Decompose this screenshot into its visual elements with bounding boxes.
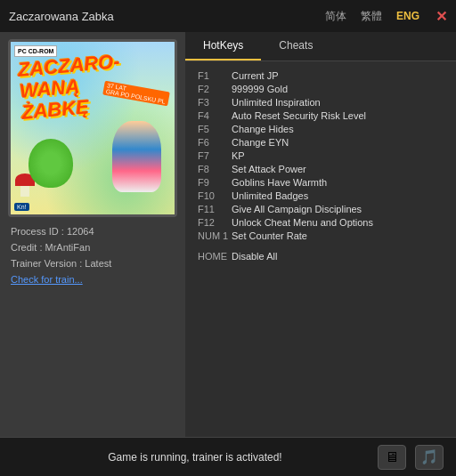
hotkey-key: NUM 1: [198, 230, 232, 241]
lang-traditional[interactable]: 繁體: [357, 7, 386, 26]
hotkey-action: Give All Campaign Disciplines: [232, 204, 362, 214]
hotkey-row: F11Give All Campaign Disciplines: [198, 204, 444, 214]
game-cover: PC CD-ROM ZACZARO-WANĄŻABKĘ 37 LATGRA PO…: [8, 39, 177, 217]
tab-cheats[interactable]: Cheats: [261, 32, 330, 61]
process-id-label: Process ID :: [11, 226, 64, 237]
frog-decoration: [28, 139, 73, 188]
hotkey-key: F5: [198, 124, 232, 134]
hotkey-key: F2: [198, 84, 232, 94]
hotkey-row: F4Auto Reset Security Risk Level: [198, 110, 444, 121]
hotkey-key-home: HOME: [198, 251, 232, 262]
girl-decoration: [112, 121, 161, 192]
hotkey-row: F7KP: [198, 150, 444, 161]
trainer-version-line: Trainer Version : Latest: [11, 258, 175, 269]
tab-hotkeys[interactable]: HotKeys: [185, 32, 261, 61]
music-icon: 🎵: [420, 448, 438, 465]
hotkey-key: F7: [198, 150, 232, 161]
lang-simplified[interactable]: 简体: [322, 7, 350, 26]
hotkey-key: F12: [198, 217, 232, 228]
hotkey-action: Goblins Have Warmth: [232, 177, 327, 188]
hotkey-row-home: HOMEDisable All: [198, 251, 444, 262]
hotkey-row: F6Change EYN: [198, 137, 444, 148]
hotkey-row: F8Set Attack Power: [198, 164, 444, 174]
right-panel: HotKeys Cheats F1Current JPF2999999 Gold…: [185, 32, 456, 437]
hotkey-action: Unlimited Badges: [232, 190, 308, 201]
title-bar: Zaczarowana Zabka 简体 繁體 ENG ✕: [0, 0, 456, 32]
hotkey-row: F3Unlimited Inspiration: [198, 97, 444, 108]
music-icon-button[interactable]: 🎵: [415, 445, 444, 470]
hotkey-key: F1: [198, 70, 232, 81]
hotkey-action: Set Attack Power: [232, 164, 306, 174]
main-area: PC CD-ROM ZACZARO-WANĄŻABKĘ 37 LATGRA PO…: [0, 32, 456, 437]
hotkey-action-home: Disable All: [232, 251, 277, 262]
hotkey-row: F1Current JP: [198, 70, 444, 81]
hotkey-key: F11: [198, 204, 232, 214]
hotkey-key: F3: [198, 97, 232, 108]
hotkey-key: F9: [198, 177, 232, 188]
hotkey-action: Current JP: [232, 70, 279, 81]
trainer-version-label: Trainer Version :: [11, 258, 82, 269]
credit-line: Credit : MrAntiFan: [11, 242, 175, 253]
check-link[interactable]: Check for train...: [11, 274, 83, 285]
monitor-icon-button[interactable]: 🖥: [378, 445, 406, 470]
hotkey-action: Set Counter Rate: [232, 230, 307, 241]
status-bar: Game is running, trainer is activated! 🖥…: [0, 437, 456, 476]
hotkeys-list: F1Current JPF2999999 GoldF3Unlimited Ins…: [185, 61, 456, 437]
close-button[interactable]: ✕: [436, 8, 447, 25]
left-panel: PC CD-ROM ZACZARO-WANĄŻABKĘ 37 LATGRA PO…: [0, 32, 185, 437]
hotkey-row: F2999999 Gold: [198, 84, 444, 94]
lang-english[interactable]: ENG: [393, 8, 423, 24]
language-selector: 简体 繁體 ENG ✕: [322, 7, 447, 26]
hotkey-key: F4: [198, 110, 232, 121]
hotkey-row: F5Change Hides: [198, 124, 444, 134]
hotkey-action: Auto Reset Security Risk Level: [232, 110, 366, 121]
hotkey-row: F9Goblins Have Warmth: [198, 177, 444, 188]
hotkey-action: KP: [232, 150, 245, 161]
hotkey-key: F6: [198, 137, 232, 148]
app-title: Zaczarowana Zabka: [9, 10, 322, 23]
cover-art: PC CD-ROM ZACZARO-WANĄŻABKĘ 37 LATGRA PO…: [11, 42, 175, 214]
hotkey-row: F10Unlimited Badges: [198, 190, 444, 201]
status-message: Game is running, trainer is activated!: [12, 451, 378, 464]
hotkey-action: Change EYN: [232, 137, 289, 148]
status-icons: 🖥 🎵: [378, 445, 444, 470]
process-id-value: 12064: [67, 226, 94, 237]
hotkey-row: NUM 1Set Counter Rate: [198, 230, 444, 241]
process-id-line: Process ID : 12064: [11, 226, 175, 237]
credit-label: Credit :: [11, 242, 42, 253]
hotkey-action: 999999 Gold: [232, 84, 288, 94]
hotkey-key: F8: [198, 164, 232, 174]
hotkey-action: Change Hides: [232, 124, 294, 134]
publisher-logo: Kn!: [14, 203, 29, 211]
credit-value: MrAntiFan: [45, 242, 91, 253]
hotkey-action: Unlock Cheat Menu and Options: [232, 217, 373, 228]
monitor-icon: 🖥: [385, 449, 399, 465]
hotkey-row: F12Unlock Cheat Menu and Options: [198, 217, 444, 228]
trainer-version-value: Latest: [85, 258, 111, 269]
tab-bar: HotKeys Cheats: [185, 32, 456, 61]
hotkey-key: F10: [198, 190, 232, 201]
check-link-line[interactable]: Check for train...: [11, 274, 175, 285]
info-section: Process ID : 12064 Credit : MrAntiFan Tr…: [0, 217, 185, 299]
hotkey-action: Unlimited Inspiration: [232, 97, 321, 108]
